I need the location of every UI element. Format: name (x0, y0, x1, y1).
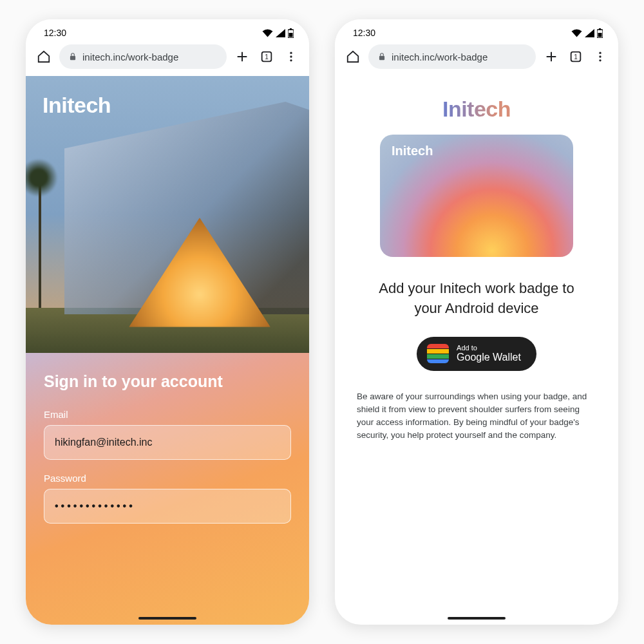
svg-rect-3 (70, 56, 75, 60)
tabs-icon[interactable]: 1 (567, 48, 585, 66)
svg-rect-12 (379, 56, 384, 60)
password-mask: ••••••••••••• (55, 500, 135, 512)
password-field[interactable]: ••••••••••••• (44, 489, 291, 524)
signin-panel: Sign in to your account Email hikingfan@… (26, 353, 309, 625)
wallet-big-text: Google Wallet (457, 352, 521, 363)
new-tab-icon[interactable] (542, 48, 560, 66)
page-content-wallet: Initech Initech Add your Initech work ba… (335, 76, 618, 625)
lock-icon (377, 52, 386, 61)
url-text: initech.inc/work-badge (82, 52, 178, 62)
svg-point-17 (599, 59, 601, 61)
home-indicator[interactable] (448, 617, 506, 620)
status-icons (571, 28, 603, 38)
badge-card-logo: Initech (392, 144, 433, 158)
email-value: hikingfan@initech.inc (55, 437, 152, 448)
email-field[interactable]: hikingfan@initech.inc (44, 425, 291, 460)
wallet-small-text: Add to (457, 344, 521, 352)
svg-text:1: 1 (574, 53, 578, 61)
status-icons (262, 28, 294, 38)
overflow-menu-icon[interactable] (282, 48, 300, 66)
signin-heading: Sign in to your account (44, 372, 291, 391)
brand-logo-gradient: Initech (442, 97, 511, 122)
svg-text:1: 1 (265, 53, 269, 61)
status-bar: 12:30 (335, 19, 618, 41)
browser-toolbar: initech.inc/work-badge 1 (335, 41, 618, 76)
svg-rect-10 (599, 28, 601, 30)
cell-signal-icon (585, 29, 594, 37)
url-bar[interactable]: initech.inc/work-badge (368, 44, 536, 69)
headline: Add your Initech work badge to your Andr… (366, 279, 587, 319)
status-time: 12:30 (44, 28, 66, 38)
security-disclaimer: Be aware of your surroundings when using… (354, 390, 599, 442)
overflow-menu-icon[interactable] (591, 48, 609, 66)
brand-logo: Initech (43, 93, 111, 118)
page-content-signin: Initech Sign in to your account Email hi… (26, 76, 309, 625)
new-tab-icon[interactable] (233, 48, 251, 66)
battery-icon (288, 28, 294, 38)
badge-card: Initech (380, 135, 573, 257)
email-label: Email (44, 409, 291, 420)
tabs-icon[interactable]: 1 (258, 48, 276, 66)
svg-rect-2 (289, 33, 293, 37)
password-label: Password (44, 473, 291, 484)
cell-signal-icon (276, 29, 285, 37)
wifi-icon (262, 29, 273, 37)
status-time: 12:30 (353, 28, 375, 38)
svg-rect-11 (598, 33, 602, 37)
url-text: initech.inc/work-badge (392, 52, 488, 62)
svg-point-8 (290, 59, 292, 61)
svg-rect-1 (290, 28, 292, 30)
phone-wallet: 12:30 initech.inc/work-badge 1 Initech I… (335, 19, 618, 625)
browser-toolbar: initech.inc/work-badge 1 (26, 41, 309, 76)
wifi-icon (571, 29, 582, 37)
phone-signin: 12:30 initech.inc/work-badge 1 (26, 19, 309, 625)
home-icon[interactable] (35, 48, 53, 66)
svg-point-15 (599, 52, 601, 54)
google-wallet-icon (427, 344, 449, 363)
wallet-button-text: Add to Google Wallet (457, 344, 521, 364)
add-to-wallet-button[interactable]: Add to Google Wallet (417, 337, 536, 371)
svg-point-7 (290, 55, 292, 57)
home-icon[interactable] (344, 48, 362, 66)
home-indicator[interactable] (138, 617, 196, 620)
svg-point-16 (599, 55, 601, 57)
svg-point-6 (290, 52, 292, 54)
lock-icon (68, 52, 77, 61)
hero-image: Initech (26, 76, 309, 353)
battery-icon (597, 28, 603, 38)
status-bar: 12:30 (26, 19, 309, 41)
url-bar[interactable]: initech.inc/work-badge (59, 44, 227, 69)
